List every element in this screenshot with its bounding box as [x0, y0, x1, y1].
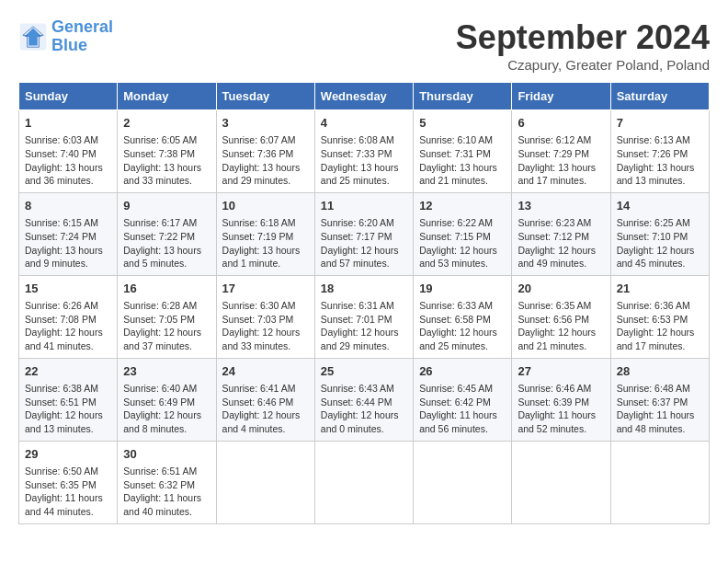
day-info: Sunrise: 6:20 AM Sunset: 7:17 PM Dayligh…	[321, 216, 407, 270]
day-number: 24	[222, 363, 309, 380]
day-number: 28	[617, 363, 703, 380]
calendar-header: SundayMondayTuesdayWednesdayThursdayFrid…	[19, 83, 710, 110]
day-info: Sunrise: 6:22 AM Sunset: 7:15 PM Dayligh…	[419, 216, 506, 270]
calendar-day-8: 8Sunrise: 6:15 AM Sunset: 7:24 PM Daylig…	[19, 192, 118, 275]
day-info: Sunrise: 6:45 AM Sunset: 6:42 PM Dayligh…	[419, 382, 506, 436]
page-header: General Blue September 2024 Czapury, Gre…	[18, 18, 710, 73]
calendar-table: SundayMondayTuesdayWednesdayThursdayFrid…	[18, 82, 710, 524]
day-number: 13	[518, 198, 604, 214]
day-number: 22	[25, 363, 111, 380]
calendar-day-9: 9Sunrise: 6:17 AM Sunset: 7:22 PM Daylig…	[118, 192, 216, 275]
day-info: Sunrise: 6:07 AM Sunset: 7:36 PM Dayligh…	[222, 133, 309, 188]
day-info: Sunrise: 6:12 AM Sunset: 7:29 PM Dayligh…	[518, 133, 604, 188]
logo: General Blue	[18, 18, 113, 55]
calendar-day-3: 3Sunrise: 6:07 AM Sunset: 7:36 PM Daylig…	[216, 110, 314, 193]
day-info: Sunrise: 6:23 AM Sunset: 7:12 PM Dayligh…	[518, 216, 604, 270]
calendar-day-23: 23Sunrise: 6:40 AM Sunset: 6:49 PM Dayli…	[118, 358, 216, 441]
day-info: Sunrise: 6:41 AM Sunset: 6:46 PM Dayligh…	[222, 382, 309, 436]
calendar-day-4: 4Sunrise: 6:08 AM Sunset: 7:33 PM Daylig…	[314, 110, 413, 193]
day-info: Sunrise: 6:18 AM Sunset: 7:19 PM Dayligh…	[222, 216, 309, 270]
day-number: 30	[123, 446, 210, 463]
weekday-header-tuesday: Tuesday	[216, 83, 314, 110]
calendar-day-20: 20Sunrise: 6:35 AM Sunset: 6:56 PM Dayli…	[512, 275, 610, 358]
calendar-day-1: 1Sunrise: 6:03 AM Sunset: 7:40 PM Daylig…	[19, 110, 118, 193]
day-number: 25	[321, 363, 407, 380]
day-info: Sunrise: 6:35 AM Sunset: 6:56 PM Dayligh…	[518, 299, 604, 353]
calendar-day-16: 16Sunrise: 6:28 AM Sunset: 7:05 PM Dayli…	[118, 275, 216, 358]
day-number: 20	[518, 281, 604, 297]
day-number: 7	[617, 115, 703, 132]
day-number: 26	[419, 363, 506, 380]
day-number: 5	[419, 115, 506, 132]
weekday-header-sunday: Sunday	[19, 83, 118, 110]
weekday-header-saturday: Saturday	[610, 83, 709, 110]
day-info: Sunrise: 6:17 AM Sunset: 7:22 PM Dayligh…	[123, 216, 210, 270]
calendar-day-22: 22Sunrise: 6:38 AM Sunset: 6:51 PM Dayli…	[19, 358, 118, 441]
day-number: 1	[25, 115, 111, 132]
day-info: Sunrise: 6:13 AM Sunset: 7:26 PM Dayligh…	[617, 133, 703, 188]
day-number: 27	[518, 363, 604, 380]
day-number: 11	[321, 198, 407, 214]
day-number: 29	[25, 446, 111, 463]
calendar-day-13: 13Sunrise: 6:23 AM Sunset: 7:12 PM Dayli…	[512, 192, 610, 275]
calendar-day-29: 29Sunrise: 6:50 AM Sunset: 6:35 PM Dayli…	[19, 441, 118, 523]
calendar-day-7: 7Sunrise: 6:13 AM Sunset: 7:26 PM Daylig…	[610, 110, 709, 193]
empty-cell	[216, 441, 314, 523]
day-info: Sunrise: 6:51 AM Sunset: 6:32 PM Dayligh…	[123, 465, 210, 519]
day-number: 9	[123, 198, 210, 214]
day-number: 2	[123, 115, 210, 132]
title-block: September 2024 Czapury, Greater Poland, …	[456, 18, 710, 73]
day-number: 23	[123, 363, 210, 380]
logo-icon	[18, 22, 48, 52]
day-info: Sunrise: 6:43 AM Sunset: 6:44 PM Dayligh…	[321, 382, 407, 436]
calendar-week-1: 1Sunrise: 6:03 AM Sunset: 7:40 PM Daylig…	[19, 110, 710, 193]
day-number: 19	[419, 281, 506, 297]
logo-text: General Blue	[51, 18, 113, 55]
calendar-day-11: 11Sunrise: 6:20 AM Sunset: 7:17 PM Dayli…	[314, 192, 413, 275]
day-number: 10	[222, 198, 309, 214]
calendar-day-10: 10Sunrise: 6:18 AM Sunset: 7:19 PM Dayli…	[216, 192, 314, 275]
calendar-week-5: 29Sunrise: 6:50 AM Sunset: 6:35 PM Dayli…	[19, 441, 710, 523]
day-number: 12	[419, 198, 506, 214]
day-info: Sunrise: 6:10 AM Sunset: 7:31 PM Dayligh…	[419, 133, 506, 188]
weekday-header-thursday: Thursday	[414, 83, 512, 110]
empty-cell	[512, 441, 610, 523]
calendar-day-26: 26Sunrise: 6:45 AM Sunset: 6:42 PM Dayli…	[414, 358, 512, 441]
day-info: Sunrise: 6:08 AM Sunset: 7:33 PM Dayligh…	[321, 133, 407, 188]
day-number: 16	[123, 281, 210, 297]
day-info: Sunrise: 6:28 AM Sunset: 7:05 PM Dayligh…	[123, 299, 210, 353]
day-number: 21	[617, 281, 703, 297]
day-info: Sunrise: 6:50 AM Sunset: 6:35 PM Dayligh…	[25, 465, 111, 519]
day-info: Sunrise: 6:33 AM Sunset: 6:58 PM Dayligh…	[419, 299, 506, 353]
calendar-day-17: 17Sunrise: 6:30 AM Sunset: 7:03 PM Dayli…	[216, 275, 314, 358]
day-info: Sunrise: 6:46 AM Sunset: 6:39 PM Dayligh…	[518, 382, 604, 436]
day-number: 4	[321, 115, 407, 132]
day-number: 8	[25, 198, 111, 214]
day-info: Sunrise: 6:26 AM Sunset: 7:08 PM Dayligh…	[25, 299, 111, 353]
calendar-day-5: 5Sunrise: 6:10 AM Sunset: 7:31 PM Daylig…	[414, 110, 512, 193]
calendar-day-27: 27Sunrise: 6:46 AM Sunset: 6:39 PM Dayli…	[512, 358, 610, 441]
day-info: Sunrise: 6:31 AM Sunset: 7:01 PM Dayligh…	[321, 299, 407, 353]
calendar-week-4: 22Sunrise: 6:38 AM Sunset: 6:51 PM Dayli…	[19, 358, 710, 441]
day-info: Sunrise: 6:25 AM Sunset: 7:10 PM Dayligh…	[617, 216, 703, 270]
calendar-day-28: 28Sunrise: 6:48 AM Sunset: 6:37 PM Dayli…	[610, 358, 709, 441]
day-number: 15	[25, 281, 111, 297]
calendar-day-25: 25Sunrise: 6:43 AM Sunset: 6:44 PM Dayli…	[314, 358, 413, 441]
calendar-day-6: 6Sunrise: 6:12 AM Sunset: 7:29 PM Daylig…	[512, 110, 610, 193]
day-number: 3	[222, 115, 309, 132]
day-number: 18	[321, 281, 407, 297]
day-info: Sunrise: 6:40 AM Sunset: 6:49 PM Dayligh…	[123, 382, 210, 436]
calendar-day-30: 30Sunrise: 6:51 AM Sunset: 6:32 PM Dayli…	[118, 441, 216, 523]
day-info: Sunrise: 6:48 AM Sunset: 6:37 PM Dayligh…	[617, 382, 703, 436]
month-title: September 2024	[456, 18, 710, 57]
weekday-header-friday: Friday	[512, 83, 610, 110]
day-info: Sunrise: 6:36 AM Sunset: 6:53 PM Dayligh…	[617, 299, 703, 353]
day-number: 17	[222, 281, 309, 297]
day-info: Sunrise: 6:30 AM Sunset: 7:03 PM Dayligh…	[222, 299, 309, 353]
calendar-day-12: 12Sunrise: 6:22 AM Sunset: 7:15 PM Dayli…	[414, 192, 512, 275]
empty-cell	[610, 441, 709, 523]
calendar-day-21: 21Sunrise: 6:36 AM Sunset: 6:53 PM Dayli…	[610, 275, 709, 358]
calendar-day-2: 2Sunrise: 6:05 AM Sunset: 7:38 PM Daylig…	[118, 110, 216, 193]
empty-cell	[414, 441, 512, 523]
weekday-header-monday: Monday	[118, 83, 216, 110]
